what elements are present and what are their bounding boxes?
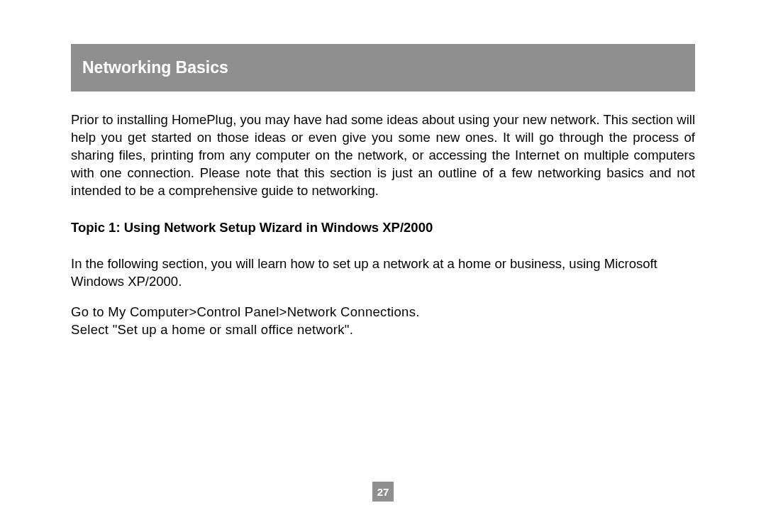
intro-paragraph: Prior to installing HomePlug, you may ha… xyxy=(71,111,695,200)
topic-intro-paragraph: In the following section, you will learn… xyxy=(71,255,695,291)
topic-heading: Topic 1: Using Network Setup Wizard in W… xyxy=(71,220,695,235)
page-number: 27 xyxy=(372,482,394,501)
instructions-paragraph: Go to My Computer>Control Panel>Network … xyxy=(71,304,695,339)
page-title: Networking Basics xyxy=(82,58,684,77)
page-number-container: 27 xyxy=(0,482,766,501)
header-bar: Networking Basics xyxy=(71,44,695,92)
content-area: Prior to installing HomePlug, you may ha… xyxy=(71,111,695,339)
document-page: Networking Basics Prior to installing Ho… xyxy=(0,44,766,532)
